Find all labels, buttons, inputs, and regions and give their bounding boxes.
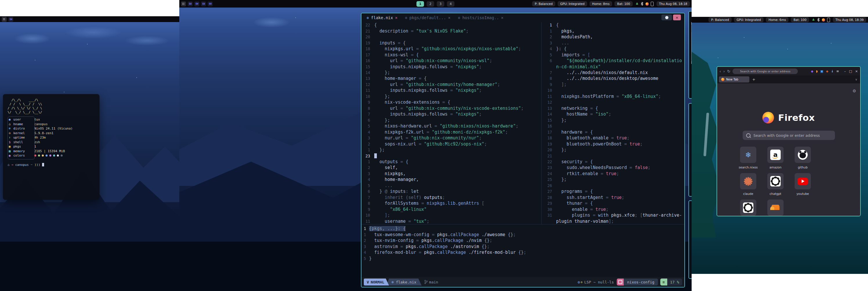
fetch-row-kernel: ⚙kernel6.9.8-zen1 bbox=[7, 131, 95, 136]
new-tab-button[interactable]: + bbox=[752, 77, 755, 82]
fox-icon[interactable]: ◈ bbox=[826, 70, 828, 73]
code-line: 5 ... bbox=[362, 183, 541, 188]
workspace-1[interactable]: 1 bbox=[416, 1, 424, 7]
shortcut-label: claude bbox=[743, 192, 753, 196]
code-line: 28 ssh.startAgent = true; bbox=[544, 195, 684, 200]
editor-tab-flake-nix[interactable]: ❄flake.nix× bbox=[367, 16, 398, 20]
tab-new-tab[interactable]: New Tab bbox=[719, 77, 749, 83]
code-line: 17 hardware = { bbox=[544, 129, 684, 135]
workspace-4[interactable]: 4 bbox=[447, 1, 455, 7]
shortcut-cloudflare[interactable]: cloudflare bbox=[763, 200, 788, 216]
colors-icon: ◉ bbox=[7, 153, 13, 158]
firefox-wordmark: Firefox bbox=[778, 112, 815, 123]
fetch-row-memory: ▦memory2185 | 15394 MiB bbox=[7, 149, 95, 154]
code-line: 13 home-manager = { bbox=[362, 76, 541, 81]
code-line: plugin thunar-volman]; bbox=[544, 218, 684, 224]
shortcut-claude[interactable]: claude bbox=[736, 173, 761, 196]
shortcut-youtube[interactable]: youtube bbox=[790, 173, 815, 196]
tab-close-icon[interactable]: × bbox=[501, 16, 503, 20]
uptime-icon: ↑ bbox=[7, 135, 13, 140]
phone-icon[interactable] bbox=[827, 18, 830, 22]
forward-button[interactable]: › bbox=[723, 69, 725, 74]
maximize-button[interactable]: □ bbox=[849, 69, 852, 73]
workspace-3[interactable]: 3 bbox=[437, 1, 444, 7]
tab-close-icon[interactable]: × bbox=[448, 16, 450, 20]
editor-tab-pkgs-default-[interactable]: ❄pkgs/default...× bbox=[405, 16, 451, 20]
code-line: 30 enable = true; bbox=[544, 206, 684, 212]
editor-tab-hosts-isoImag-[interactable]: ❄hosts/isoImag..× bbox=[458, 16, 504, 20]
back-button[interactable]: ‹ bbox=[719, 69, 721, 74]
window-icon[interactable]: $W bbox=[188, 1, 193, 6]
tab-list-chevron[interactable]: ∨ bbox=[855, 78, 857, 81]
shortcut-amazon[interactable]: aamazon bbox=[763, 147, 788, 169]
color-app-icon[interactable] bbox=[822, 18, 825, 22]
minimize-button[interactable]: – bbox=[844, 69, 846, 73]
phone-icon[interactable] bbox=[651, 2, 654, 6]
hname-icon: ⌂ bbox=[7, 122, 13, 127]
desktop: $W /\_/\ ___/\ / / \ \__/ / \\ / /\ \_\/… bbox=[0, 0, 868, 291]
firefox-window: ‹ › ↻ Search with Google or enter addres… bbox=[717, 66, 861, 216]
code-line: 6 } @ inputs: let bbox=[362, 188, 541, 194]
window-icon[interactable]: $W bbox=[8, 17, 13, 22]
mode-segment: VNORMAL bbox=[364, 279, 389, 286]
code-line: 15 inputs.nixpkgs.follows = "nixpkgs"; bbox=[362, 64, 541, 69]
amazon-icon: a bbox=[770, 150, 781, 160]
code-line: 18 nixpkgs.url = "github:nixos/nixpkgs/n… bbox=[362, 46, 541, 52]
bar-module[interactable]: Home: 8ms bbox=[589, 1, 612, 6]
terminal-window[interactable]: /\_/\ ___/\ / / \ \__/ / \\ / /\ \_\/ \/… bbox=[3, 94, 99, 200]
window-icon[interactable]: $W bbox=[208, 1, 213, 6]
bar-module[interactable]: GPU: Integrated bbox=[734, 17, 764, 22]
code-line: 6 "${modulesPath}/installer/cd-dvd/insta… bbox=[544, 58, 684, 64]
code-line: 11 username = "tux"; bbox=[362, 218, 541, 224]
reload-button[interactable]: ↻ bbox=[727, 69, 730, 74]
shortcut-chat-openai[interactable]: chat.openai bbox=[736, 200, 761, 216]
shortcut-chatgpt[interactable]: chatgpt bbox=[763, 173, 788, 196]
clock-module[interactable]: Thu Aug 08, 18:18 bbox=[656, 1, 690, 6]
window-icon[interactable]: $W bbox=[201, 1, 206, 6]
app-menu-icon[interactable]: ≡ bbox=[836, 70, 839, 73]
git-branch: main bbox=[425, 279, 438, 286]
launcher-icon[interactable] bbox=[2, 17, 7, 22]
eye-toggle-button[interactable] bbox=[661, 14, 672, 20]
url-bar[interactable]: Search with Google or enter address bbox=[733, 68, 798, 74]
code-line: 19 bluetooth.powerOnBoot = true; bbox=[544, 141, 684, 147]
bar-module[interactable]: Home: 6ms bbox=[766, 17, 788, 22]
bar-module[interactable]: P: Balanced bbox=[532, 1, 555, 6]
bar-module[interactable]: Bat: 100 bbox=[791, 17, 809, 22]
bar-module[interactable]: P: Balanced bbox=[708, 17, 732, 22]
workspace-2[interactable]: 2 bbox=[427, 1, 434, 7]
firefox-tabbar: New Tab + ∨ bbox=[717, 76, 860, 83]
window-icon[interactable]: $W bbox=[194, 1, 199, 6]
vim-icon: V bbox=[367, 280, 369, 284]
bluetooth-icon[interactable] bbox=[817, 18, 820, 22]
editor-pane-iso[interactable]: 1{1 pkgs,2 modulesPath,3 ...4}: {5 impor… bbox=[541, 22, 684, 224]
clock-module[interactable]: Thu Aug 08, 18:39 bbox=[833, 17, 866, 22]
search-input[interactable]: Search with Google or enter address bbox=[743, 131, 835, 140]
shield-icon[interactable]: ◆ bbox=[811, 70, 813, 73]
plant-icon[interactable]: ♣ bbox=[636, 2, 639, 5]
code-line: 7 inherit (self) outputs; bbox=[362, 195, 541, 200]
downloads-icon[interactable]: ↓ bbox=[831, 70, 834, 73]
code-line: 24 rtkit.enable = true; bbox=[544, 171, 684, 177]
launcher-icon[interactable] bbox=[181, 1, 186, 6]
window-close-button[interactable]: × bbox=[673, 14, 681, 20]
color-app-icon[interactable] bbox=[646, 2, 649, 5]
bar-module[interactable]: GPU: Integrated bbox=[558, 1, 587, 6]
moon-icon[interactable]: ◗ bbox=[816, 70, 818, 73]
code-line: 10 bbox=[544, 87, 684, 93]
neovim-window: ❄flake.nix×❄pkgs/default...×❄hosts/isoIm… bbox=[361, 13, 685, 288]
shortcut-github[interactable]: github bbox=[790, 147, 815, 169]
close-button[interactable]: × bbox=[855, 69, 858, 73]
tab-close-icon[interactable]: × bbox=[395, 16, 398, 20]
bar-module[interactable]: Bat: 100 bbox=[615, 1, 633, 6]
editor-pane-packages[interactable]: 1{pkgs, ...}: {1 tux-awesome-wm-config =… bbox=[362, 224, 684, 278]
page-icon[interactable]: ▣ bbox=[820, 70, 823, 73]
shell-prompt[interactable]: ⌂ → canopus ~ ))) bbox=[7, 163, 95, 167]
gear-icon[interactable]: ⚙ bbox=[852, 89, 856, 93]
code-line: 7 ../../modules/nixos/default.nix bbox=[544, 70, 684, 76]
claude-icon bbox=[744, 177, 752, 185]
shortcut-search-nixos[interactable]: ❄search.nixos bbox=[736, 147, 761, 169]
editor-pane-flake[interactable]: 22{21 description = "tux's NixOS Flake";… bbox=[362, 22, 541, 224]
bluetooth-icon[interactable] bbox=[641, 2, 644, 6]
plant-icon[interactable]: ♣ bbox=[812, 18, 815, 22]
